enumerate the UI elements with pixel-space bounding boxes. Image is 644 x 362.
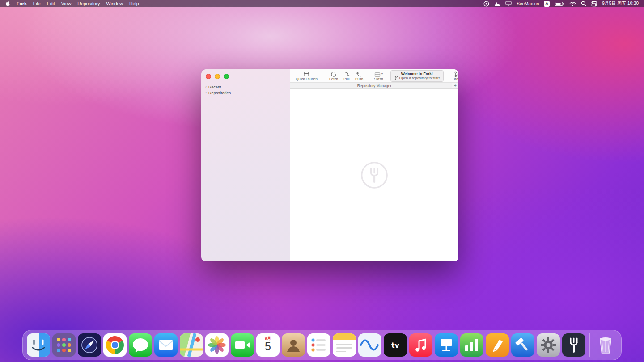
dock-item-launchpad[interactable] (52, 333, 76, 357)
compass-icon (78, 333, 101, 357)
sidebar-list: › Recent › Repositories (201, 84, 290, 96)
status-site-label[interactable]: SeeMac.cn (517, 1, 539, 6)
pages-icon (486, 333, 509, 357)
menu-edit[interactable]: Edit (47, 1, 55, 6)
photos-icon (205, 333, 229, 357)
dock-item-trash[interactable] (594, 333, 617, 357)
menu-help[interactable]: Help (129, 1, 139, 6)
dock-item-facetime[interactable] (231, 333, 254, 357)
apple-tv-icon: tv (384, 333, 407, 357)
menubar-app-name[interactable]: Fork (17, 1, 27, 6)
add-tab-button[interactable]: + (452, 83, 458, 88)
dock-item-pages[interactable] (486, 333, 509, 357)
dock-item-messages[interactable] (129, 333, 152, 357)
chevron-right-icon: › (205, 91, 207, 95)
dock-item-music[interactable] (409, 333, 432, 357)
appletv-tv-text: tv (391, 341, 400, 349)
wifi-indicator[interactable] (569, 1, 576, 6)
tab-repository-manager[interactable]: Repository Manager (357, 84, 392, 88)
music-icon (409, 333, 432, 357)
dock-item-reminders[interactable] (307, 333, 330, 357)
menu-repository[interactable]: Repository (77, 1, 100, 6)
menu-view[interactable]: View (61, 1, 72, 6)
pull-button[interactable]: Pull (341, 71, 352, 81)
quick-launch-label: Quick Launch (296, 77, 318, 81)
push-label: Push (355, 77, 363, 81)
welcome-title: Welcome to Fork! (401, 72, 433, 76)
dock-item-finder[interactable] (27, 333, 50, 357)
fork-watermark-icon (360, 161, 389, 189)
keynote-icon (435, 333, 458, 357)
status-display-icon[interactable] (505, 1, 512, 6)
dock-item-apple-tv[interactable]: tv (384, 333, 407, 357)
sidebar-item-recent[interactable]: › Recent (201, 84, 290, 90)
dock-item-contacts[interactable] (282, 333, 305, 357)
branch-label: Branch (453, 77, 458, 81)
branch-icon (454, 71, 458, 77)
dock-item-mail[interactable] (154, 333, 178, 357)
input-source-badge[interactable]: A (544, 1, 550, 7)
menubar-clock[interactable]: 9月5日 周五 10:30 (602, 0, 639, 7)
gear-icon (537, 333, 560, 357)
window-main: Quick Launch Fetch Pull Push ▾ Stash (290, 69, 458, 261)
dock-item-system-preferences[interactable] (537, 333, 560, 357)
branch-button[interactable]: ▾ Branch (450, 71, 458, 81)
fork-app-icon (562, 333, 585, 357)
numbers-icon (460, 333, 483, 357)
dock-item-safari-tech-preview[interactable] (78, 333, 101, 357)
calendar-day-number: 5 (265, 341, 271, 352)
dock-item-waveform-app[interactable] (358, 333, 381, 357)
minimize-button[interactable] (215, 74, 220, 79)
dock-item-fork[interactable] (562, 333, 585, 357)
zoom-button[interactable] (224, 74, 229, 79)
contacts-icon (282, 333, 305, 357)
sidebar-item-repositories[interactable]: › Repositories (201, 90, 290, 96)
sidebar-recent-label: Recent (208, 85, 221, 89)
dock-item-numbers[interactable] (460, 333, 483, 357)
dock: 9月 5 tv (22, 330, 622, 360)
pull-label: Pull (343, 77, 349, 81)
stash-label: Stash (374, 77, 383, 81)
waveform-icon (358, 333, 381, 357)
facetime-icon (231, 333, 254, 357)
apple-menu[interactable] (5, 0, 10, 7)
push-icon (356, 71, 362, 77)
apple-logo-icon (5, 0, 10, 6)
menu-window[interactable]: Window (106, 1, 123, 6)
battery-icon (555, 1, 564, 6)
dock-item-photos[interactable] (205, 333, 229, 357)
fetch-button[interactable]: Fetch (326, 71, 341, 81)
finder-icon (27, 333, 50, 357)
traffic-lights (201, 69, 290, 80)
quick-launch-button[interactable]: Quick Launch (293, 71, 320, 81)
dock-item-maps[interactable] (180, 333, 203, 357)
search-icon (581, 1, 586, 6)
control-center-icon (591, 1, 597, 7)
close-button[interactable] (206, 74, 211, 79)
welcome-hint: Welcome to Fork! Open a repository to st… (390, 70, 444, 82)
maps-icon (180, 333, 203, 357)
control-center[interactable] (591, 1, 597, 7)
dock-item-notes[interactable] (333, 333, 356, 357)
chevron-right-icon: › (205, 85, 207, 89)
dock-item-chrome[interactable] (103, 333, 127, 357)
dock-item-calendar[interactable]: 9月 5 (256, 333, 280, 357)
repository-manager-content (290, 89, 458, 261)
fetch-icon (330, 71, 337, 77)
menu-file[interactable]: File (33, 1, 41, 6)
dock-item-xcode[interactable] (511, 333, 534, 357)
status-circle-icon[interactable] (483, 1, 489, 7)
launchpad-icon (52, 333, 76, 357)
stash-button[interactable]: ▾ Stash (371, 71, 386, 81)
battery-indicator[interactable] (555, 1, 564, 6)
status-mountain-icon[interactable] (494, 1, 500, 6)
messages-icon (129, 333, 152, 357)
window-sidebar: › Recent › Repositories (201, 69, 290, 261)
quick-launch-icon (303, 71, 309, 77)
sidebar-repositories-label: Repositories (208, 91, 231, 95)
spotlight-search[interactable] (581, 1, 586, 6)
reminders-icon (307, 333, 330, 357)
push-button[interactable]: Push (352, 71, 366, 81)
menu-bar: Fork File Edit View Repository Window He… (0, 0, 644, 7)
dock-item-keynote[interactable] (435, 333, 458, 357)
